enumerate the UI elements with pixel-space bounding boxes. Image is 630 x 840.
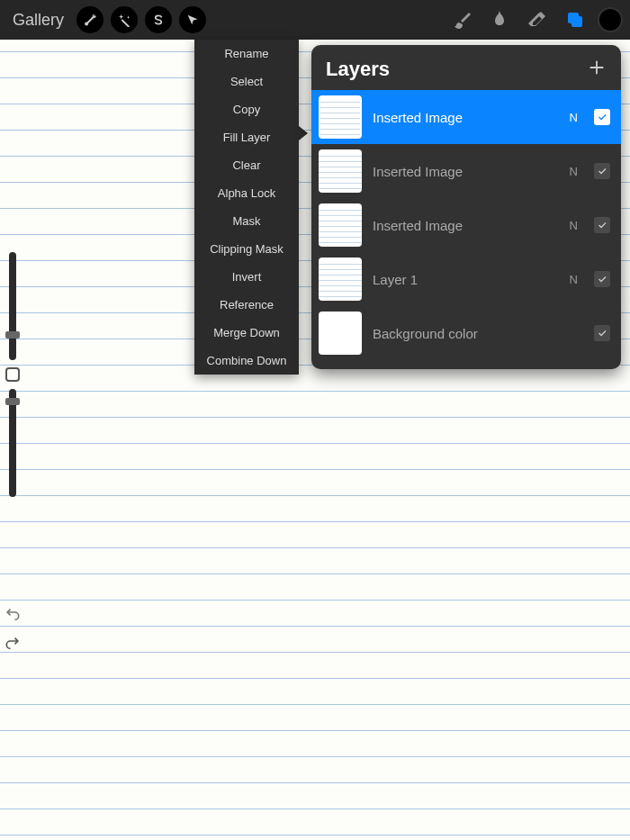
brush-size-thumb[interactable] (5, 331, 20, 339)
menu-item-reference[interactable]: Reference (194, 291, 299, 319)
layer-blend-label[interactable]: N (570, 273, 578, 286)
transform-button[interactable] (179, 6, 206, 33)
selection-s-icon (151, 13, 166, 27)
plus-icon (587, 58, 607, 77)
layer-visibility-checkbox[interactable] (594, 109, 610, 125)
smudge-icon (489, 9, 510, 31)
layer-blend-label[interactable]: N (570, 165, 578, 178)
layer-row[interactable]: Inserted Image N (311, 198, 621, 252)
top-toolbar: Gallery (0, 0, 630, 40)
layer-name-label: Inserted Image (373, 110, 559, 125)
layers-header: Layers (311, 45, 621, 90)
layers-button[interactable] (560, 0, 590, 40)
layer-row[interactable]: Background color (311, 306, 621, 360)
add-layer-button[interactable] (587, 58, 607, 81)
brush-opacity-slider[interactable] (9, 389, 16, 497)
menu-item-clear[interactable]: Clear (194, 151, 299, 179)
eraser-icon (526, 9, 548, 31)
brush-icon (451, 9, 472, 31)
undo-icon[interactable] (4, 603, 22, 621)
menu-item-merge-down[interactable]: Merge Down (194, 319, 299, 347)
layers-title: Layers (326, 58, 390, 81)
undo-redo-group (4, 603, 22, 650)
layer-row[interactable]: Inserted Image N (311, 90, 621, 144)
cursor-icon (185, 13, 200, 27)
svg-rect-1 (572, 16, 582, 27)
wand-icon (117, 13, 131, 27)
smudge-button[interactable] (484, 0, 515, 40)
layer-name-label: Inserted Image (373, 218, 559, 233)
menu-item-clipping-mask[interactable]: Clipping Mask (194, 235, 299, 263)
eraser-button[interactable] (522, 0, 553, 40)
layer-name-label: Background color (373, 326, 567, 341)
layer-blend-label[interactable]: N (570, 219, 578, 232)
gallery-button[interactable]: Gallery (7, 11, 69, 30)
brush-button[interactable] (446, 0, 477, 40)
menu-item-alpha-lock[interactable]: Alpha Lock (194, 179, 299, 207)
wrench-icon (83, 13, 97, 27)
modify-button[interactable] (5, 367, 20, 382)
layer-visibility-checkbox[interactable] (594, 163, 610, 179)
layer-thumbnail (319, 257, 362, 301)
menu-item-rename[interactable]: Rename (194, 40, 299, 68)
layer-context-menu: Rename Select Copy Fill Layer Clear Alph… (194, 40, 299, 375)
color-picker-button[interactable] (598, 7, 623, 32)
menu-item-mask[interactable]: Mask (194, 207, 299, 235)
layer-visibility-checkbox[interactable] (594, 325, 610, 341)
layer-name-label: Inserted Image (373, 164, 559, 179)
layer-thumbnail (319, 312, 362, 355)
layer-thumbnail (319, 95, 362, 139)
selection-button[interactable] (145, 6, 172, 33)
layer-row[interactable]: Inserted Image N (311, 144, 621, 198)
layer-thumbnail (319, 203, 362, 247)
menu-item-combine-down[interactable]: Combine Down (194, 347, 299, 375)
redo-icon[interactable] (4, 632, 22, 650)
menu-pointer (299, 126, 308, 140)
brush-size-slider[interactable] (9, 252, 16, 360)
layers-icon (564, 9, 586, 31)
side-sliders (0, 252, 25, 497)
layer-thumbnail (319, 149, 362, 193)
layer-blend-label[interactable]: N (570, 111, 578, 124)
menu-item-copy[interactable]: Copy (194, 95, 299, 123)
layer-visibility-checkbox[interactable] (594, 271, 610, 287)
layer-row[interactable]: Layer 1 N (311, 252, 621, 306)
layer-name-label: Layer 1 (373, 272, 559, 287)
brush-opacity-thumb[interactable] (5, 398, 20, 405)
adjustments-button[interactable] (111, 6, 138, 33)
actions-button[interactable] (76, 6, 104, 33)
layer-visibility-checkbox[interactable] (594, 217, 610, 233)
menu-item-select[interactable]: Select (194, 68, 299, 95)
menu-item-invert[interactable]: Invert (194, 263, 299, 291)
menu-item-fill-layer[interactable]: Fill Layer (194, 123, 299, 151)
layers-panel: Layers Inserted Image N Inserted Image N… (311, 45, 621, 369)
